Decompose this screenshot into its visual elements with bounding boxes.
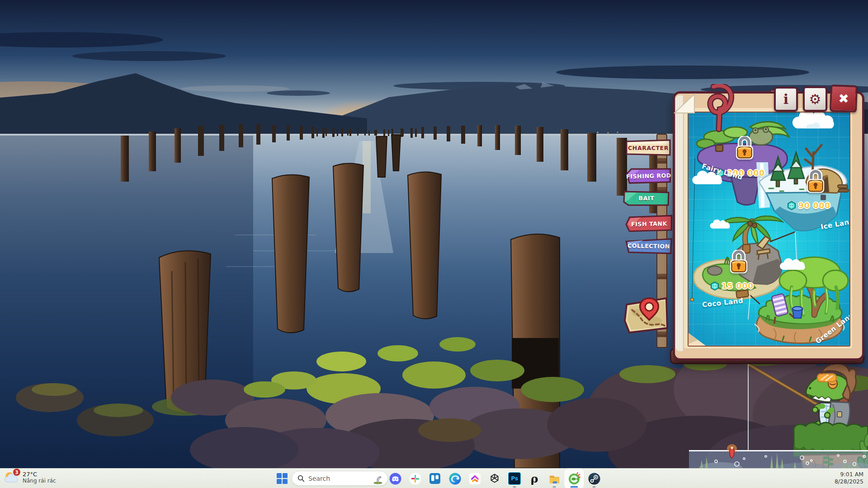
taskbar-app-chatgpt[interactable] [485,469,505,488]
gem-icon [710,282,719,291]
taskbar-app-discord[interactable] [385,469,405,488]
cloud [709,219,733,231]
search-placeholder: Search [308,475,368,482]
slack-icon [409,473,421,485]
cloud [779,258,809,272]
taskbar-app-fishing-game[interactable] [564,469,584,488]
weather-widget[interactable]: 3 27°C Nắng rải rác [4,469,56,485]
taskbar-app-slack[interactable] [405,469,425,488]
info-button[interactable]: i [774,87,798,112]
search-icon [297,475,305,482]
gear-icon: ⚙ [809,91,821,107]
menu-character-button[interactable]: CHARACTER [625,139,671,156]
gem-icon [787,201,796,210]
taskbar-app-edge[interactable] [445,469,465,488]
menu-bait-button[interactable]: BAIT [623,190,670,206]
taskbar: 3 27°C Nắng rải rác Search [0,468,868,488]
search-input[interactable]: Search [292,471,388,486]
edge-icon [449,473,461,485]
map-page: 300 000 Fairy Land [684,108,852,348]
menu-fishing-rod-button[interactable]: FISHING ROD [626,167,672,185]
chatgpt-icon [489,473,500,484]
trello-icon [429,473,441,484]
taskbar-app-p[interactable]: ρ [524,469,544,488]
menu-label: FISHING ROD [626,167,672,185]
lock-icon [806,169,825,194]
tray-date: 8/28/2025 [835,478,863,485]
cloud [691,170,726,188]
photoshop-icon: Ps [508,472,521,485]
menu-label: BAIT [623,190,670,206]
taskbar-app-file-explorer[interactable] [544,469,564,488]
menu-collection-button[interactable]: COLLECTION [625,237,673,255]
menu-fish-tank-button[interactable]: FISH TANK [625,215,674,233]
menu-label: COLLECTION [625,237,673,255]
start-button[interactable] [272,469,292,488]
menu-label: FISH TANK [625,215,674,233]
close-button[interactable]: ✖ [830,84,858,113]
desktop: CHARACTER FISHING ROD BAIT FISH TANK COL… [0,0,868,488]
taskbar-app-steam[interactable] [584,469,604,488]
file-explorer-icon [548,473,561,485]
page-curl [689,330,707,346]
lock-icon [729,250,748,274]
menu-label: CHARACTER [625,139,671,156]
windows-logo-icon [276,473,288,484]
close-icon: ✖ [838,91,849,106]
dog-ear-corner [674,93,695,114]
fishing-line [748,364,749,451]
p-app-icon: ρ [531,472,538,485]
steam-icon [588,473,600,485]
info-icon: i [783,91,788,107]
lock-icon [735,136,754,160]
fishing-game-icon [568,472,580,485]
clickup-icon [469,473,481,485]
cloud [790,112,841,132]
search-bird-image [371,473,385,484]
weather-temperature: 27°C [23,471,56,478]
clock-tray[interactable]: 9:01 AM 8/28/2025 [835,471,863,486]
taskbar-app-photoshop[interactable]: Ps [505,469,524,488]
taskbar-app-trello[interactable] [425,469,445,488]
page-stack-edge [676,95,683,351]
settings-button[interactable]: ⚙ [803,86,827,112]
notification-badge: 3 [13,469,20,476]
tray-time: 9:01 AM [835,471,863,478]
island-price: 90 000 [798,201,830,210]
water-surface-strip [689,450,868,468]
map-button[interactable] [623,295,670,336]
taskbar-app-clickup[interactable] [465,469,485,488]
bobber [726,444,738,459]
paperclip [700,84,738,134]
discord-icon [389,473,401,485]
weather-condition: Nắng rải rác [23,478,56,484]
world-map: 300 000 Fairy Land [688,112,850,347]
